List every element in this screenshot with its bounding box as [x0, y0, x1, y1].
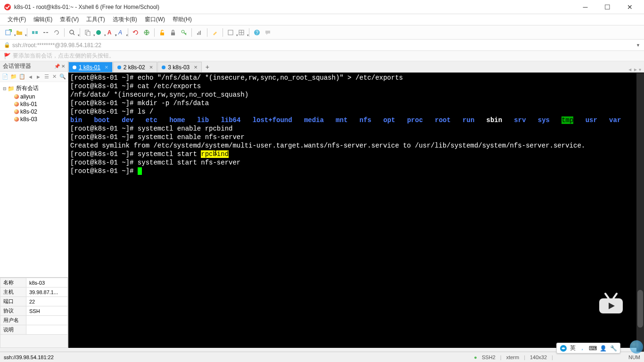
status-dot-icon: [117, 66, 121, 69]
ime-lang[interactable]: 英: [570, 344, 576, 352]
lock-open-icon[interactable]: [157, 28, 167, 37]
disconnect-icon[interactable]: [41, 28, 50, 37]
ime-taskbar[interactable]: 英 ， ⌨ 👤 🔧: [556, 343, 620, 354]
next-icon[interactable]: ►: [35, 73, 41, 81]
separator: [191, 28, 192, 37]
menu-bar: 文件(F) 编辑(E) 查看(V) 工具(T) 选项卡(B) 窗口(W) 帮助(…: [0, 14, 644, 25]
font-style-icon[interactable]: A: [116, 28, 125, 37]
tab-menu-icon[interactable]: ▾: [639, 67, 641, 72]
menu-tabs[interactable]: 选项卡(B): [109, 14, 141, 25]
connect-icon[interactable]: [30, 28, 40, 37]
assistant-orb-icon[interactable]: [630, 340, 643, 354]
tab-close-icon[interactable]: ×: [194, 64, 198, 71]
reconnect-icon[interactable]: [52, 28, 61, 37]
hint-bar: 🚩 要添加当前会话，点击左侧的箭头按钮。: [0, 51, 644, 61]
copy-icon[interactable]: [83, 28, 92, 37]
svg-rect-10: [171, 33, 175, 35]
highlight-icon[interactable]: [210, 28, 220, 37]
app-icon: [4, 3, 11, 11]
session-icon: [14, 102, 19, 107]
menu-tools[interactable]: 工具(T): [83, 14, 108, 25]
video-watermark-icon: [597, 291, 625, 315]
session-item-k8s-03[interactable]: k8s-03: [2, 115, 66, 123]
tree-root[interactable]: ⊟ 📁 所有会话: [2, 84, 66, 93]
separator: [27, 28, 27, 37]
open-folder-icon[interactable]: [15, 28, 24, 37]
minimize-button[interactable]: ─: [575, 0, 596, 14]
collapse-icon[interactable]: ⊟: [2, 86, 8, 91]
prop-port-value: 22: [26, 297, 68, 306]
svg-point-4: [70, 30, 74, 34]
flag-icon: 🚩: [4, 53, 11, 59]
prop-desc-label: 说明: [0, 325, 26, 335]
ime-logo-icon: [560, 345, 567, 352]
font-icon[interactable]: A: [105, 28, 114, 37]
menu-file[interactable]: 文件(F): [4, 14, 30, 25]
search-tree-icon[interactable]: 🔍: [59, 73, 66, 81]
root-label: 所有会话: [16, 84, 39, 92]
lock-icon[interactable]: [168, 28, 178, 37]
tab-prev-icon[interactable]: ◄: [627, 67, 632, 72]
key-icon[interactable]: [179, 28, 189, 37]
chat-icon[interactable]: [263, 28, 272, 37]
layout1-icon[interactable]: [226, 28, 235, 37]
tab-close-icon[interactable]: ×: [105, 64, 108, 71]
ime-comma-icon[interactable]: ，: [578, 345, 586, 352]
tab-bar: 1 k8s-01× 2 k8s-02× 3 k8s-03× + ◄ ► ▾: [68, 61, 644, 73]
terminal[interactable]: [root@k8s-01 ~]# echo "/nfs/data/ *(inse…: [68, 73, 644, 348]
status-ssh: SSH2: [482, 354, 495, 360]
svg-rect-1: [6, 30, 10, 35]
tab-k8s-03[interactable]: 3 k8s-03×: [157, 62, 202, 72]
help-icon[interactable]: ?: [252, 28, 262, 37]
menu-view[interactable]: 查看(V): [56, 14, 83, 25]
menu-edit[interactable]: 编辑(E): [30, 14, 56, 25]
session-item-k8s-01[interactable]: k8s-01: [2, 100, 66, 108]
separator: [223, 28, 223, 37]
new-icon[interactable]: 📄: [2, 73, 8, 81]
svg-rect-2: [32, 31, 34, 34]
svg-rect-15: [228, 30, 233, 35]
search-icon[interactable]: [67, 28, 77, 37]
svg-rect-3: [35, 31, 38, 34]
tab-k8s-01[interactable]: 1 k8s-01×: [68, 62, 113, 72]
window-title: k8s-01 - root@k8s-01:~ - Xshell 6 (Free …: [14, 4, 575, 10]
color-icon[interactable]: [94, 28, 103, 37]
separator: [128, 28, 128, 37]
tab-k8s-02[interactable]: 2 k8s-02×: [113, 62, 157, 72]
session-item-k8s-02[interactable]: k8s-02: [2, 108, 66, 115]
folder-icon[interactable]: 📁: [10, 73, 17, 81]
close-button[interactable]: ✕: [619, 0, 640, 14]
copy-icon[interactable]: 📋: [19, 73, 25, 81]
chart-icon[interactable]: [195, 28, 204, 37]
menu-help[interactable]: 帮助(H): [169, 14, 196, 25]
session-icon: [14, 94, 19, 99]
pin-icon[interactable]: 📌: [54, 64, 60, 69]
new-session-icon[interactable]: [4, 28, 13, 37]
globe-icon[interactable]: [142, 28, 151, 37]
props-icon[interactable]: ☰: [43, 73, 50, 81]
scrollbar-thumb[interactable]: [637, 290, 643, 328]
lock-icon: 🔒: [4, 42, 10, 48]
tab-close-icon[interactable]: ×: [149, 64, 153, 71]
ime-user-icon[interactable]: 👤: [599, 345, 607, 352]
tab-next-icon[interactable]: ►: [633, 67, 638, 72]
close-panel-icon[interactable]: ✕: [61, 64, 65, 69]
separator: [249, 28, 249, 37]
maximize-button[interactable]: ☐: [597, 0, 618, 14]
terminal-scrollbar[interactable]: [636, 73, 644, 352]
dropdown-icon[interactable]: ▼: [636, 43, 640, 48]
delete-icon[interactable]: ✕: [51, 73, 58, 81]
status-num: NUM: [628, 354, 640, 360]
add-tab-button[interactable]: +: [202, 62, 213, 72]
separator: [154, 28, 155, 37]
svg-point-0: [4, 4, 11, 10]
refresh-icon[interactable]: [131, 28, 140, 37]
ime-keyboard-icon[interactable]: ⌨: [589, 345, 596, 352]
menu-window[interactable]: 窗口(W): [141, 14, 169, 25]
ime-settings-icon[interactable]: 🔧: [610, 345, 617, 352]
svg-rect-6: [87, 32, 90, 36]
layout2-icon[interactable]: [237, 28, 246, 37]
prev-icon[interactable]: ◄: [27, 73, 33, 81]
address-bar[interactable]: 🔒 ssh://root:********@39.98.54.181:22 ▼: [0, 40, 644, 51]
session-item-aliyun[interactable]: aliyun: [2, 93, 66, 100]
